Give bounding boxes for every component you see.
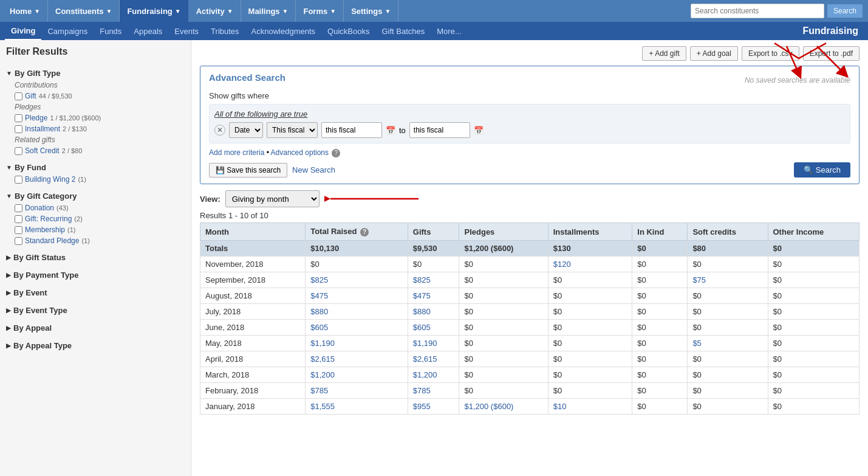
gift-recurring-checkbox[interactable] [15,215,22,223]
total-link[interactable]: $2,615 [310,354,335,364]
filter-header-event-type[interactable]: ▶ By Event Type [6,304,185,317]
filter-header-appeal[interactable]: ▶ By Appeal [6,322,185,334]
help-icon[interactable]: ? [332,149,340,157]
gifts-link[interactable]: $825 [413,275,431,285]
building-wing-link[interactable]: Building Wing 2 [25,175,75,184]
donation-link[interactable]: Donation [25,204,54,212]
nav-forms[interactable]: Forms ▼ [296,0,344,22]
filter-header-payment-type[interactable]: ▶ By Payment Type [6,269,185,281]
filter-header-fund[interactable]: ▼ By Fund [6,161,185,174]
total-link[interactable]: $1,200 [310,370,335,379]
subnav-quickbooks[interactable]: QuickBooks [321,22,375,40]
filter-header-gift-status[interactable]: ▶ By Gift Status [6,251,185,264]
installment-checkbox[interactable] [15,125,22,133]
subnav-more[interactable]: More... [431,22,467,40]
gift-checkbox[interactable] [15,92,22,100]
total-link[interactable]: $1,190 [310,339,335,348]
subnav-giving[interactable]: Giving [5,22,41,40]
criteria-from-input[interactable] [321,122,382,138]
standard-pledge-checkbox[interactable] [15,237,22,245]
activity-arrow-icon: ▼ [227,8,233,15]
criteria-condition-select[interactable]: This fiscal [267,122,318,138]
nav-mailings[interactable]: Mailings ▼ [241,0,296,22]
filter-section-gift-type: ▼ By Gift Type Contributions Gift 44 / $… [6,67,185,156]
total-link[interactable]: $605 [310,323,328,332]
remove-criteria-button[interactable]: ✕ [214,125,225,136]
export-csv-button[interactable]: Export to .csv [742,46,799,61]
total-link[interactable]: $1,555 [310,402,335,411]
advanced-search-box: Advanced Search No saved searches are av… [200,66,859,184]
search-input[interactable] [691,4,824,18]
membership-checkbox[interactable] [15,226,22,234]
page-title: Fundraising [802,26,863,36]
membership-link[interactable]: Membership [25,226,65,234]
add-more-criteria-link[interactable]: Add more criteria [209,148,264,157]
criteria-to-input[interactable] [409,122,470,138]
nav-settings[interactable]: Settings ▼ [344,0,398,22]
row-in-kind: $0 [632,399,688,415]
subnav-gift-batches[interactable]: Gift Batches [375,22,431,40]
view-select[interactable]: Giving by month Giving by year Giving by… [225,190,320,207]
gifts-link[interactable]: $955 [413,402,431,411]
calendar-to-icon[interactable]: 📅 [474,126,484,135]
membership-count: (1) [67,226,75,233]
new-search-link[interactable]: New Search [292,165,335,174]
gifts-link[interactable]: $785 [413,386,431,395]
gifts-link[interactable]: $1,190 [413,339,437,348]
pledge-checkbox[interactable] [15,114,22,122]
row-installments: $0 [548,320,632,336]
gifts-link[interactable]: $1,200 [413,370,437,379]
soft-credit-link[interactable]: Soft Credit [25,147,60,155]
filter-header-appeal-type[interactable]: ▶ By Appeal Type [6,339,185,352]
filter-header-gift-category[interactable]: ▼ By Gift Category [6,190,185,202]
soft-credits-link[interactable]: $75 [692,275,706,285]
nav-constituents[interactable]: Constituents ▼ [48,0,120,22]
total-link[interactable]: $880 [310,307,328,316]
calendar-from-icon[interactable]: 📅 [386,126,395,135]
fundraising-arrow-icon: ▼ [175,8,181,15]
view-row: View: Giving by month Giving by year Giv… [200,190,859,207]
advanced-options-link[interactable]: Advanced options [271,148,329,157]
nav-activity[interactable]: Activity ▼ [189,0,241,22]
filter-header-gift-type[interactable]: ▼ By Gift Type [6,67,185,80]
total-link[interactable]: $785 [310,386,328,395]
filter-header-event[interactable]: ▶ By Event [6,286,185,299]
soft-credits-link[interactable]: $5 [692,339,701,348]
row-total-raised: $1,555 [306,399,408,415]
gift-recurring-link[interactable]: Gift: Recurring [25,215,72,223]
filter-soft-credit: Soft Credit 2 / $80 [15,145,185,156]
total-link[interactable]: $475 [310,291,328,300]
save-search-button[interactable]: 💾 Save this search [209,163,287,178]
subnav-tributes[interactable]: Tributes [205,22,245,40]
export-pdf-button[interactable]: Export to .pdf [803,46,859,61]
gifts-link[interactable]: $2,615 [413,354,437,364]
gifts-link[interactable]: $475 [413,291,431,300]
criteria-field-select[interactable]: Date [229,122,263,138]
subnav-campaigns[interactable]: Campaigns [41,22,94,40]
search-results-button[interactable]: 🔍 Search [794,162,850,178]
gifts-link[interactable]: $880 [413,307,431,316]
pledge-link[interactable]: Pledge [25,114,47,122]
donation-checkbox[interactable] [15,204,22,212]
total-link[interactable]: $825 [310,275,328,285]
subnav-events[interactable]: Events [168,22,205,40]
installments-link[interactable]: $10 [553,402,567,411]
gift-link[interactable]: Gift [25,92,36,100]
add-goal-button[interactable]: + Add goal [690,46,738,61]
nav-fundraising[interactable]: Fundraising ▼ [120,0,188,22]
standard-pledge-link[interactable]: Standard Pledge [25,236,79,245]
pledges-link[interactable]: $1,200 ($600) [464,402,513,411]
add-gift-button[interactable]: + Add gift [642,46,686,61]
search-button[interactable]: Search [827,4,863,18]
nav-home[interactable]: Home ▼ [2,0,48,22]
installment-link[interactable]: Installment [25,125,60,133]
installments-link[interactable]: $120 [553,260,571,269]
subnav-acknowledgments[interactable]: Acknowledgments [245,22,322,40]
table-row: May, 2018 $1,190 $1,190 $0 $0 $0 $5 $0 [200,336,859,351]
building-wing-checkbox[interactable] [15,176,22,184]
total-raised-info-icon[interactable]: ? [360,228,369,236]
subnav-appeals[interactable]: Appeals [128,22,168,40]
gifts-link[interactable]: $605 [413,323,431,332]
subnav-funds[interactable]: Funds [94,22,128,40]
soft-credit-checkbox[interactable] [15,147,22,155]
